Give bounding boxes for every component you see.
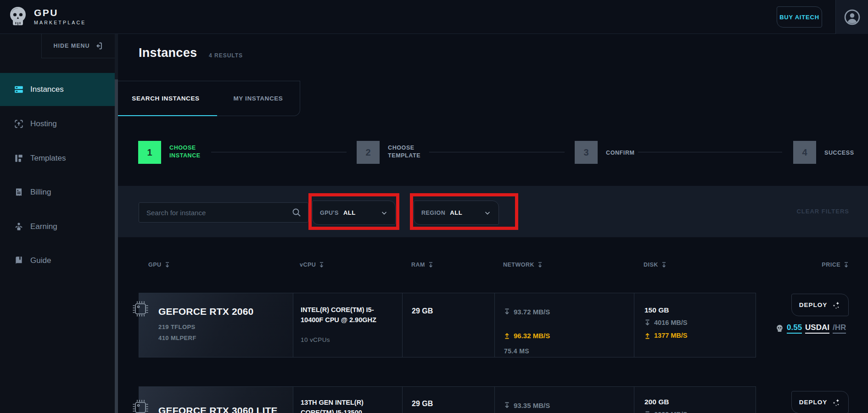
buy-aitech-label: BUY AITECH (779, 14, 819, 21)
chevron-down-icon (381, 209, 388, 217)
step-connector-2 (429, 152, 565, 152)
column-header-disk[interactable]: DISK (644, 262, 666, 268)
gpu-cell: GEFORCE RTX 2060 219 TFLOPS 410 MLPERF (139, 293, 293, 357)
sidebar-item-hosting[interactable]: Hosting (0, 107, 115, 140)
earning-icon (14, 222, 24, 232)
cell-divider (634, 293, 634, 357)
cell-divider (494, 293, 495, 357)
account-panel[interactable] (835, 0, 868, 34)
step-4-num-label: 4 (802, 147, 807, 158)
hosting-icon (14, 119, 24, 129)
skull-logo-image (7, 6, 28, 27)
download-arrow-icon (644, 411, 650, 413)
logo-text: GPU MARKETPLACE (34, 7, 86, 25)
sidebar-item-label: Earning (30, 222, 57, 231)
sort-icon (538, 262, 543, 268)
logo-line1: GPU (34, 7, 86, 18)
top-header: GPU MARKETPLACE BUY AITECH (0, 0, 868, 34)
column-header-vcpu-label: vCPU (300, 262, 316, 268)
column-header-disk-label: DISK (644, 262, 658, 268)
sidebar-item-guide[interactable]: Guide (0, 244, 115, 277)
step-3-num-label: 3 (583, 147, 588, 158)
network-upload-value: 96.32 MB/S (514, 332, 550, 340)
step-4-label: SUCCESS (824, 149, 866, 157)
cell-divider (293, 387, 293, 413)
chevron-down-icon (484, 209, 491, 217)
cell-divider (402, 293, 403, 357)
gpus-filter-dropdown[interactable]: GPU'S ALL (312, 201, 396, 225)
column-header-gpu[interactable]: GPU (148, 262, 170, 268)
sidebar-item-label: Guide (30, 256, 51, 265)
instances-icon (14, 84, 24, 95)
price-currency[interactable]: USDAI (805, 323, 829, 334)
instance-row[interactable]: GEFORCE RTX 3060 LITE 13TH GEN INTEL(R) … (139, 386, 756, 413)
vcpu-count: 10 vCPUs (301, 336, 330, 343)
deploy-button[interactable]: DEPLOY (791, 294, 849, 316)
search-icon[interactable] (291, 207, 302, 218)
cpu-name: INTEL(R) CORE(TM) I5-10400F CPU @ 2.90GH… (301, 305, 388, 325)
aitech-coin-icon (776, 324, 784, 332)
deploy-sparkle-icon (832, 398, 841, 407)
sidebar-item-earning[interactable]: Earning (0, 210, 115, 243)
disk-download: 6233 MB/S (644, 411, 688, 413)
gpu-name: GEFORCE RTX 3060 LITE (158, 405, 278, 413)
billing-icon (14, 187, 24, 197)
step-connector-1 (211, 152, 347, 152)
sidebar-item-label: Hosting (30, 119, 57, 128)
cell-divider (402, 387, 403, 413)
sort-icon (165, 262, 170, 268)
deploy-button[interactable]: DEPLOY (791, 391, 849, 413)
clear-filters-button[interactable]: CLEAR FILTERS (771, 208, 849, 215)
hide-menu-button[interactable]: HIDE MENU (41, 34, 115, 58)
network-download: 93.35 MB/S (504, 402, 550, 409)
sort-icon (319, 262, 324, 268)
search-input[interactable] (139, 209, 291, 217)
active-tab-underline (115, 115, 217, 116)
region-filter-dropdown[interactable]: REGION ALL (414, 201, 499, 225)
gpus-filter-label: GPU'S (320, 210, 339, 216)
gpus-filter-value: ALL (343, 209, 356, 216)
column-header-gpu-label: GPU (148, 262, 162, 268)
logout-icon (94, 41, 103, 50)
sidebar-item-templates[interactable]: Templates (0, 142, 115, 175)
sidebar-item-instances[interactable]: Instances (0, 73, 115, 106)
disk-upload: 1377 MB/S (644, 332, 688, 339)
network-download-value: 93.72 MB/S (514, 308, 550, 316)
price-amount[interactable]: 0.55 (787, 323, 802, 334)
tab-search-instances[interactable]: SEARCH INSTANCES (115, 81, 217, 116)
hide-menu-label: HIDE MENU (53, 43, 90, 49)
step-4-number: 4 (793, 141, 816, 164)
sidebar: HIDE MENU Instances Hosting (0, 34, 115, 413)
sort-icon (428, 262, 433, 268)
network-upload: 96.32 MB/S (504, 332, 550, 340)
step-connector-3 (638, 152, 782, 152)
gpu-mlperf: 410 MLPERF (158, 335, 196, 341)
sort-icon (661, 262, 666, 268)
price-line: 0.55 USDAI /HR (776, 323, 846, 334)
download-arrow-icon (504, 308, 510, 315)
sidebar-item-billing[interactable]: Billing (0, 176, 115, 209)
app-logo[interactable]: GPU MARKETPLACE (7, 6, 86, 27)
tab-my-instances[interactable]: MY INSTANCES (217, 81, 300, 116)
cell-divider (634, 387, 634, 413)
results-count: 4 RESULTS (209, 52, 243, 59)
upload-arrow-icon (504, 332, 510, 339)
cpu-name: 13TH GEN INTEL(R) CORE(TM) I5-13500 (301, 398, 388, 413)
deploy-button-label: DEPLOY (799, 301, 828, 308)
step-3-number: 3 (575, 141, 598, 164)
sidebar-item-label: Instances (30, 85, 64, 94)
instance-row[interactable]: GEFORCE RTX 2060 219 TFLOPS 410 MLPERF I… (139, 293, 756, 357)
user-avatar-icon[interactable] (844, 9, 861, 26)
scrollbar-thumb[interactable] (115, 79, 118, 413)
column-header-vcpu[interactable]: vCPU (300, 262, 324, 268)
templates-icon (14, 153, 24, 163)
sidebar-item-label: Templates (30, 154, 66, 163)
upload-arrow-icon (644, 332, 650, 339)
column-header-ram[interactable]: RAM (411, 262, 433, 268)
disk-download-value: 6233 MB/S (654, 411, 688, 413)
column-header-price[interactable]: PRICE (812, 262, 849, 268)
column-header-network[interactable]: NETWORK (503, 262, 543, 268)
buy-aitech-button[interactable]: BUY AITECH (777, 6, 822, 28)
region-filter-label: REGION (421, 210, 445, 216)
tab-search-instances-label: SEARCH INSTANCES (132, 95, 199, 102)
